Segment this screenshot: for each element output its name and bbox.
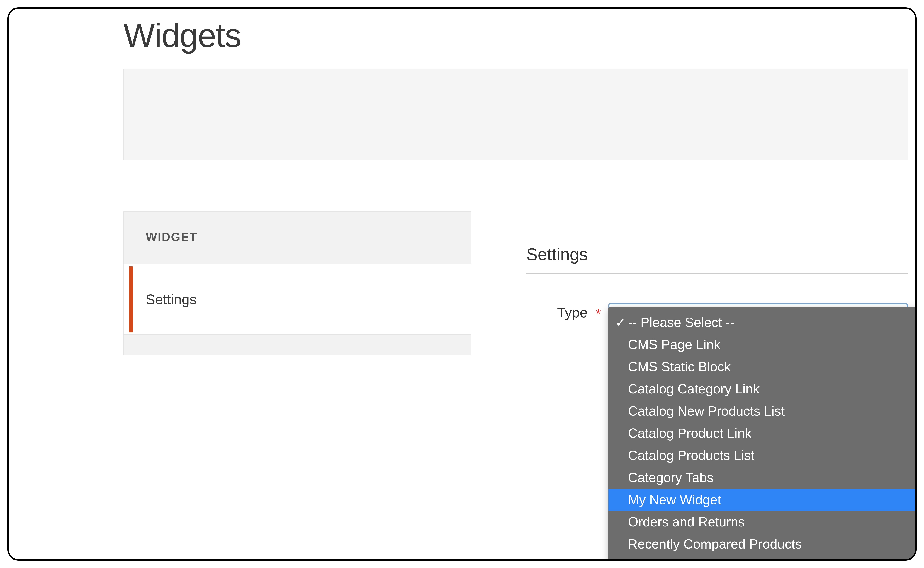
type-option-catalog-new-products-list[interactable]: Catalog New Products List [608,400,916,422]
type-option-catalog-product-link[interactable]: Catalog Product Link [608,422,916,444]
type-option-please-select[interactable]: ✓ -- Please Select -- [608,311,916,334]
type-option-catalog-products-list[interactable]: Catalog Products List [608,444,916,467]
type-option-orders-and-returns[interactable]: Orders and Returns [608,511,916,533]
type-select-wrap: ✓ -- Please Select -- CMS Page Link CMS … [608,303,908,335]
type-option-label: Orders and Returns [628,515,745,529]
form-row-type: Type * ✓ -- Please Select -- [526,303,908,335]
checkmark-icon: ✓ [613,316,628,330]
type-option-label: My New Widget [628,492,721,507]
sidebar-tab-settings-label: Settings [146,291,197,307]
toolbar-band [124,69,908,160]
layout: WIDGET Settings Settings Type * [124,211,908,455]
app-frame: Widgets WIDGET Settings Settings Type * [8,8,916,560]
type-option-label: Recently Compared Products [628,537,802,551]
type-option-label: Catalog New Products List [628,404,785,418]
type-option-my-new-widget[interactable]: My New Widget [608,489,916,511]
section-title-settings: Settings [526,245,908,274]
type-option-cms-static-block[interactable]: CMS Static Block [608,356,916,378]
type-option-label: Catalog Product Link [628,426,752,441]
main-panel: Settings Type * ✓ -- Please Select -- [526,211,908,455]
label-type: Type * [526,303,601,320]
type-option-label: -- Please Select -- [628,315,734,330]
sidebar-footer-spacer [124,334,471,355]
sidebar-tab-settings[interactable]: Settings [124,264,471,334]
type-option-category-tabs[interactable]: Category Tabs [608,467,916,489]
sidebar-tabs: WIDGET Settings [124,211,471,355]
type-option-label: Category Tabs [628,470,714,485]
type-option-catalog-category-link[interactable]: Catalog Category Link [608,378,916,400]
type-option-cms-page-link[interactable]: CMS Page Link [608,334,916,356]
sidebar-title: WIDGET [124,211,471,264]
type-option-label: Catalog Products List [628,448,755,463]
type-dropdown[interactable]: ✓ -- Please Select -- CMS Page Link CMS … [608,307,916,560]
type-option-label: CMS Page Link [628,337,720,352]
required-mark-type: * [596,306,601,322]
type-option-recently-compared-products[interactable]: Recently Compared Products [608,533,916,555]
type-option-label: Catalog Category Link [628,382,759,396]
label-type-text: Type [557,305,588,320]
page-title: Widgets [124,16,908,54]
app-inner: Widgets WIDGET Settings Settings Type * [9,9,915,559]
type-option-label: CMS Static Block [628,360,731,374]
